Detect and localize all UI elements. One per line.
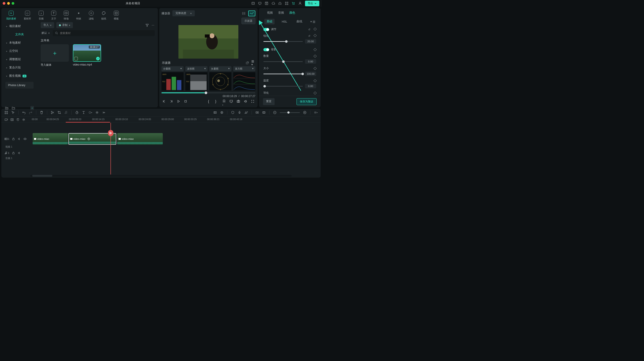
music-icon[interactable] xyxy=(64,111,68,114)
reset-button[interactable]: 重置 xyxy=(263,98,274,105)
tab-color[interactable]: 颜色 xyxy=(289,11,295,15)
target-icon[interactable] xyxy=(220,111,224,114)
save-icon[interactable] xyxy=(265,2,268,5)
scope-histogram-dropdown[interactable]: 直方图▾ xyxy=(233,66,255,71)
color-icon[interactable]: ▾ xyxy=(88,111,92,114)
nav-stock[interactable]: ☺素材库 xyxy=(24,11,31,20)
record-button[interactable]: 录制▾ xyxy=(56,22,73,28)
display-icon[interactable] xyxy=(258,2,262,5)
magnet-icon[interactable] xyxy=(16,118,20,122)
scope-popup[interactable]: 示波器 xyxy=(242,18,255,24)
mute-icon[interactable] xyxy=(18,137,21,141)
clip-3[interactable]: video-miao xyxy=(117,133,163,145)
nav-templates[interactable]: 模板 xyxy=(114,11,119,20)
shield-icon[interactable] xyxy=(231,111,234,114)
amount-value[interactable]: 0.00 xyxy=(305,59,316,64)
lock-icon[interactable] xyxy=(12,151,15,155)
size-value[interactable]: 100.00 xyxy=(305,72,316,76)
sidebar-project-media[interactable]: ▸项目素材 xyxy=(1,22,38,30)
nav-filters[interactable]: 滤镜 xyxy=(89,11,94,20)
volume-icon[interactable] xyxy=(244,100,247,103)
reset-icon[interactable]: ↺ xyxy=(308,28,311,31)
more-icon[interactable]: ⋯ xyxy=(151,24,155,27)
headphones-icon[interactable] xyxy=(278,2,282,5)
media-clip-tile[interactable]: 00:00:27 ✓ video-miao.mp4 xyxy=(73,44,101,67)
add-track-icon[interactable] xyxy=(4,118,8,122)
scope-popout-icon[interactable] xyxy=(246,61,249,65)
bracket-out-icon[interactable]: } xyxy=(215,100,219,103)
sidebar-cloud[interactable]: ▸云空间 xyxy=(1,47,38,55)
delete-icon[interactable] xyxy=(40,111,44,114)
sharpen-value[interactable]: 20.00 xyxy=(305,39,316,44)
video-preview[interactable] xyxy=(178,25,238,58)
magic-icon[interactable] xyxy=(95,111,99,114)
align-icon[interactable] xyxy=(22,118,26,122)
link-tracks-icon[interactable] xyxy=(10,118,14,122)
import-media-tile[interactable]: ＋ 导入媒体 xyxy=(41,44,69,67)
sidebar-photos-library[interactable]: Photos Library xyxy=(5,82,34,88)
link-icon[interactable] xyxy=(255,111,259,114)
search-input[interactable] xyxy=(60,32,152,35)
sidebar-compound[interactable]: ▸复合片段 xyxy=(1,64,38,72)
sidebar-img2video[interactable]: ▸图生视频AI xyxy=(1,72,38,80)
render-icon[interactable] xyxy=(213,111,217,114)
minimize-window[interactable] xyxy=(7,2,10,5)
zoom-in-icon[interactable] xyxy=(303,111,306,114)
nav-my-media[interactable]: 我的素材 xyxy=(6,11,16,20)
subtab-curves[interactable]: 曲线 xyxy=(294,19,304,24)
zoom-slider[interactable] xyxy=(280,112,300,113)
text-icon[interactable] xyxy=(82,111,86,114)
export-button[interactable]: 导出 xyxy=(305,1,319,6)
new-folder-icon[interactable] xyxy=(5,106,8,110)
keyframe-icon[interactable] xyxy=(314,27,317,30)
cloud-icon[interactable] xyxy=(272,2,275,5)
size-slider[interactable] xyxy=(264,74,303,74)
undo-icon[interactable] xyxy=(22,111,26,114)
scope-vector-dropdown[interactable]: 矢量图▾ xyxy=(209,66,232,71)
stop-icon[interactable] xyxy=(184,100,188,103)
timeline-scrollbar[interactable] xyxy=(30,175,292,177)
sidebar-folder[interactable]: 文件夹 xyxy=(1,30,38,39)
sharpen-slider[interactable] xyxy=(264,41,303,42)
group-icon[interactable] xyxy=(262,111,266,114)
nav-text[interactable]: T文字 xyxy=(51,11,56,20)
speed-icon[interactable] xyxy=(75,111,79,114)
grid-view-icon[interactable] xyxy=(240,10,247,16)
keyframe-icon[interactable] xyxy=(314,54,317,58)
subtab-more-icon[interactable]: ▾ ▥ xyxy=(310,20,315,23)
tl-grid-icon[interactable] xyxy=(4,111,8,114)
clip-1[interactable]: video-miao xyxy=(33,133,68,145)
monitor-icon[interactable] xyxy=(230,100,233,103)
sort-dropdown[interactable]: 默认▾ xyxy=(41,30,50,36)
bracket-in-icon[interactable]: { xyxy=(208,100,212,103)
subtab-hsl[interactable]: HSL xyxy=(280,19,289,24)
redo-icon[interactable] xyxy=(29,111,32,114)
folder-icon[interactable] xyxy=(12,106,15,110)
mute-icon[interactable] xyxy=(18,151,21,155)
tab-audio[interactable]: 音频 xyxy=(278,11,284,15)
import-button[interactable]: 导入▾ xyxy=(41,22,54,28)
apps-icon[interactable] xyxy=(285,2,288,5)
keyframe-icon[interactable] xyxy=(314,79,317,82)
play-icon[interactable] xyxy=(177,100,180,103)
scope-view-icon[interactable] xyxy=(248,10,255,16)
playhead[interactable] xyxy=(110,123,111,174)
more-tools-icon[interactable]: ≫ xyxy=(102,111,106,114)
vignette-toggle[interactable] xyxy=(264,48,269,51)
scope-waveform-dropdown[interactable]: 波形图▾ xyxy=(185,66,208,71)
maximize-window[interactable] xyxy=(12,2,14,5)
scope-parade-dropdown[interactable]: 分量图▾ xyxy=(162,66,184,71)
next-frame-icon[interactable] xyxy=(170,100,173,103)
reset-icon[interactable]: ↺ xyxy=(308,34,311,38)
fullscreen-icon[interactable] xyxy=(251,100,254,103)
quality-dropdown[interactable]: 完整画质▾ xyxy=(172,10,195,16)
filter-icon[interactable] xyxy=(145,24,149,27)
keyframe-icon[interactable] xyxy=(314,91,317,94)
timeline-view-icon[interactable]: ▾ xyxy=(314,111,318,114)
close-window[interactable] xyxy=(3,2,5,5)
cut-tool-icon[interactable] xyxy=(108,130,113,136)
nav-effects[interactable]: ✦特效 xyxy=(76,11,81,20)
keyframe-icon[interactable] xyxy=(314,48,317,51)
user-icon[interactable] xyxy=(298,2,302,5)
layout-icon[interactable] xyxy=(251,2,255,5)
